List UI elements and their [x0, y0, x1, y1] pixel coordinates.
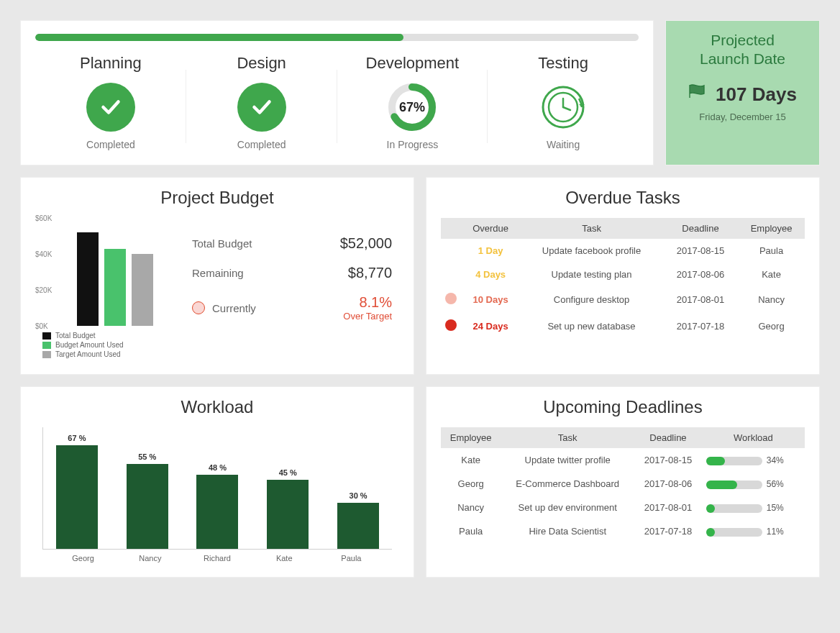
- legend-swatch-icon: [42, 332, 51, 340]
- warning-dot-icon: [192, 301, 205, 314]
- remaining-value: $8,770: [348, 265, 392, 281]
- phase-list: PlanningCompletedDesignCompletedDevelopm…: [35, 54, 639, 150]
- svg-text:67%: 67%: [399, 100, 425, 114]
- launch-title: ProjectedLaunch Date: [673, 31, 812, 69]
- workload-bar-chart: 67 %55 %48 %45 %30 %: [42, 427, 392, 550]
- cell-task: Update testing plan: [520, 263, 663, 286]
- budget-bar: [77, 232, 99, 326]
- cell-task: Update facebook profile: [520, 239, 663, 263]
- workload-bar: 30 %: [332, 491, 385, 549]
- phase-title: Planning: [35, 54, 186, 73]
- x-tick-label: Paula: [318, 554, 385, 563]
- workload-progress-fill: [706, 528, 715, 537]
- upcoming-deadlines-panel: Upcoming Deadlines EmployeeTaskDeadlineW…: [426, 386, 820, 578]
- cell-deadline: 2017-07-18: [663, 313, 738, 340]
- cell-employee: Paula: [738, 239, 805, 263]
- launch-days: 107 Days: [716, 83, 797, 106]
- project-budget-panel: Project Budget $60K$40K$20K$0K Total Bud…: [20, 177, 414, 375]
- cell-workload: 11%: [702, 519, 805, 543]
- workload-bar: 55 %: [121, 452, 174, 549]
- overdue-value: 10 Days: [461, 286, 520, 313]
- phase-status: Completed: [35, 139, 186, 150]
- workload-progress-fill: [706, 504, 715, 513]
- bar-value-label: 55 %: [121, 452, 174, 461]
- workload-progress-track: [706, 457, 762, 465]
- cell-workload: 15%: [702, 496, 805, 519]
- table-header: Employee: [441, 427, 501, 448]
- table-row: GeorgE-Commerce Dashboard2017-08-0656%: [441, 472, 805, 496]
- remaining-label: Remaining: [192, 267, 244, 279]
- table-header: Task: [501, 427, 634, 448]
- panel-title: Overdue Tasks: [441, 188, 805, 208]
- launch-card: ProjectedLaunch Date 107 Days Friday, De…: [665, 20, 820, 165]
- over-target-value: 8.1% Over Target: [343, 294, 392, 322]
- bar-value-label: 67 %: [50, 434, 104, 442]
- svg-line-6: [563, 107, 570, 110]
- workload-pct-label: 11%: [767, 527, 784, 537]
- x-tick-label: Georg: [50, 554, 117, 563]
- workload-progress-track: [706, 481, 762, 489]
- severity-dot-icon: [445, 293, 457, 304]
- cell-task: Configure desktop: [520, 286, 663, 313]
- x-tick-label: Kate: [251, 554, 318, 563]
- cell-employee: Georg: [441, 472, 501, 496]
- panel-title: Project Budget: [35, 188, 399, 208]
- cell-deadline: 2017-08-01: [634, 496, 702, 519]
- workload-progress-track: [706, 504, 762, 513]
- table-header: Deadline: [663, 218, 738, 239]
- phase-status: Waiting: [488, 139, 639, 150]
- overdue-value: 4 Days: [461, 263, 520, 286]
- severity-dot-icon: [445, 319, 457, 331]
- table-header: Workload: [702, 427, 805, 448]
- overall-progress-fill: [35, 34, 403, 41]
- cell-employee: Nancy: [738, 286, 805, 313]
- overdue-tasks-panel: Overdue Tasks OverdueTaskDeadlineEmploye…: [426, 177, 820, 375]
- y-tick-label: $60K: [35, 214, 52, 222]
- flag-icon: [688, 83, 708, 102]
- phase-development: Development67%In Progress: [337, 54, 488, 150]
- bar-value-label: 48 %: [191, 463, 245, 472]
- check-icon: [237, 83, 286, 132]
- cell-deadline: 2017-08-15: [663, 239, 738, 263]
- cell-employee: Kate: [441, 448, 501, 472]
- table-row: 4 DaysUpdate testing plan2017-08-06Kate: [441, 263, 805, 286]
- bar-value-label: 45 %: [261, 468, 314, 477]
- phase-title: Development: [337, 54, 488, 73]
- phase-design: DesignCompleted: [186, 54, 337, 150]
- workload-progress-fill: [706, 457, 726, 465]
- phase-testing: TestingWaiting: [488, 54, 639, 150]
- cell-employee: Kate: [738, 263, 805, 286]
- legend-swatch-icon: [42, 342, 51, 349]
- clock-icon: [539, 83, 588, 132]
- cell-task: E-Commerce Dashboard: [501, 472, 634, 496]
- phase-status: Completed: [186, 139, 337, 150]
- legend-item: Total Budget: [42, 332, 179, 340]
- phase-title: Testing: [488, 54, 639, 73]
- phase-title: Design: [186, 54, 337, 73]
- table-row: KateUpdate twitter profile2017-08-1534%: [441, 448, 805, 472]
- legend-item: Budget Amount Used: [42, 341, 179, 349]
- bar-value-label: 30 %: [332, 491, 385, 500]
- cell-employee: Paula: [441, 519, 501, 543]
- workload-pct-label: 56%: [767, 479, 784, 489]
- panel-title: Workload: [35, 397, 399, 417]
- launch-date: Friday, December 15: [673, 111, 812, 122]
- phase-status: In Progress: [337, 139, 488, 150]
- budget-bar: [104, 249, 126, 327]
- table-row: 24 DaysSet up new database2017-07-18Geor…: [441, 313, 805, 340]
- check-icon: [86, 83, 135, 132]
- total-budget-label: Total Budget: [192, 237, 252, 250]
- y-tick-label: $0K: [35, 322, 48, 330]
- table-header: Deadline: [634, 427, 702, 448]
- workload-progress-fill: [706, 481, 738, 489]
- table-row: 1 DayUpdate facebook profile2017-08-15Pa…: [441, 239, 805, 263]
- cell-deadline: 2017-08-06: [634, 472, 702, 496]
- legend-swatch-icon: [42, 351, 51, 358]
- y-tick-label: $40K: [35, 250, 52, 258]
- budget-bar: [132, 254, 153, 326]
- cell-task: Set up new database: [520, 313, 663, 340]
- table-row: 10 DaysConfigure desktop2017-08-01Nancy: [441, 286, 805, 313]
- workload-bar: 48 %: [191, 463, 245, 549]
- x-tick-label: Nancy: [117, 554, 183, 563]
- cell-workload: 34%: [702, 448, 805, 472]
